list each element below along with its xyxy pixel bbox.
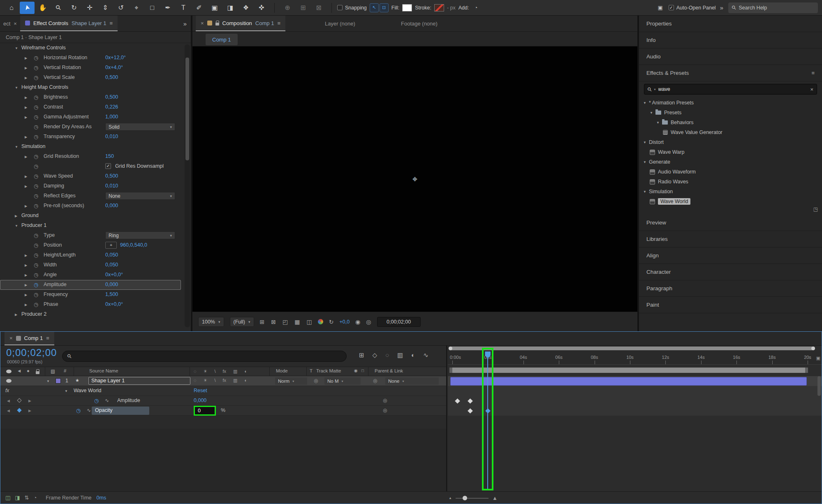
param-brightness[interactable]: ▶◷Brightness0,500 bbox=[0, 92, 191, 102]
zoom-tool-icon[interactable]: ⚲ bbox=[51, 2, 66, 14]
stopwatch-icon[interactable]: ◷ bbox=[34, 242, 38, 248]
pickwhip-icon[interactable]: ◎ bbox=[383, 398, 387, 403]
track-scrollbar-thumb[interactable] bbox=[817, 376, 821, 396]
frame-blending-icon[interactable]: ▥ bbox=[397, 351, 403, 359]
add-keyframe-icon[interactable] bbox=[17, 408, 21, 412]
param-grid-res-downsampl[interactable]: ◷✓Grid Res Downsampl bbox=[0, 162, 191, 171]
switch-icon-1[interactable]: ☀ bbox=[204, 369, 208, 374]
stopwatch-icon[interactable]: ◷ bbox=[34, 183, 38, 189]
preview-time-display[interactable]: 0;00;02;00 bbox=[377, 317, 421, 327]
switch-icon-1[interactable]: ☀ bbox=[204, 378, 208, 383]
next-keyframe-icon[interactable]: ▶ bbox=[28, 399, 31, 403]
layer-name[interactable]: Shape Layer 1 bbox=[88, 377, 190, 385]
group-producer-1[interactable]: ▼Producer 1 bbox=[0, 221, 191, 231]
panel-menu-icon[interactable]: ≡ bbox=[110, 20, 113, 26]
close-icon[interactable]: × bbox=[9, 335, 13, 341]
panel-header-effects-presets[interactable]: Effects & Presets ≡ bbox=[639, 65, 822, 81]
switch-icon-5[interactable]: ◐ bbox=[244, 378, 247, 383]
help-search-input[interactable] bbox=[739, 5, 805, 11]
timeline-search-input[interactable] bbox=[74, 353, 341, 359]
pan-camera-tool-icon[interactable]: ✛ bbox=[82, 2, 97, 14]
puppet-pin-tool-icon[interactable]: ✜ bbox=[254, 2, 269, 14]
eye-icon[interactable] bbox=[6, 379, 12, 383]
twirl-icon[interactable]: ▼ bbox=[15, 224, 18, 228]
param-vertical-scale[interactable]: ▶◷Vertical Scale0,500 bbox=[0, 73, 191, 83]
param-value[interactable]: 0x+12,0° bbox=[105, 55, 126, 60]
param-width[interactable]: ▶◷Width0,050 bbox=[0, 260, 191, 270]
param-grid-resolution[interactable]: ▶◷Grid Resolution150 bbox=[0, 152, 191, 162]
pickwhip-icon[interactable]: ◎ bbox=[383, 407, 387, 413]
twirl-icon[interactable]: ▶ bbox=[25, 283, 27, 287]
twirl-icon[interactable]: ▶ bbox=[25, 116, 27, 119]
twirl-icon[interactable]: ▶ bbox=[25, 254, 27, 257]
preset-item-audio-waveform[interactable]: Audio Waveform bbox=[639, 167, 822, 177]
param-value[interactable]: 0,226 bbox=[105, 104, 118, 110]
stopwatch-icon[interactable]: ◷ bbox=[34, 282, 38, 288]
toggle-transparency-grid-icon[interactable]: ▦ bbox=[294, 319, 300, 325]
layer-row[interactable]: ▼ 1 ★ Shape Layer 1 ◌☀\fx▥◐ Norm▾ ◎ No M… bbox=[0, 376, 446, 386]
panel-header-info[interactable]: Info bbox=[639, 32, 822, 49]
resolution-dropdown[interactable]: (Full)▾ bbox=[230, 317, 254, 327]
twirl-icon[interactable]: ▶ bbox=[25, 293, 27, 297]
param-value[interactable]: 0,000 bbox=[105, 203, 118, 208]
switch-icon-5[interactable]: ◐ bbox=[244, 369, 247, 374]
switch-icon-0[interactable]: ◌ bbox=[194, 369, 197, 374]
param-transparency[interactable]: ▶◷Transparency0,010 bbox=[0, 132, 191, 142]
timeline-search-box[interactable]: ⚲ bbox=[62, 351, 347, 362]
switch-icon-0[interactable]: ◌ bbox=[194, 378, 197, 383]
twirl-icon[interactable]: ▶ bbox=[25, 175, 27, 178]
motion-blur-icon[interactable]: ◐ bbox=[411, 351, 415, 359]
choose-grid-guides-icon[interactable]: ⊞ bbox=[260, 319, 265, 325]
twirl-icon[interactable]: ▼ bbox=[643, 141, 646, 144]
param-value[interactable]: 0,500 bbox=[105, 94, 118, 100]
opacity-property-row[interactable]: ◀ ▶ ◷ ∿ Opacity 0 % ◎ bbox=[0, 406, 446, 416]
empty-layer-area[interactable] bbox=[0, 429, 446, 491]
comp-marker-bin-icon[interactable]: ▣ bbox=[816, 356, 820, 361]
pickwhip-icon[interactable]: ◎ bbox=[373, 378, 377, 384]
universal-axis-icon[interactable]: ⊕ bbox=[280, 2, 295, 14]
composition-viewport[interactable]: ⌖ bbox=[192, 46, 637, 312]
previous-keyframe-icon[interactable]: ◀ bbox=[7, 399, 10, 403]
graph-icon[interactable]: ∿ bbox=[105, 398, 109, 403]
world-axis-icon[interactable]: ⊠ bbox=[311, 2, 326, 14]
shape-tool-icon[interactable]: □ bbox=[145, 2, 160, 14]
switch-icon-4[interactable]: ▥ bbox=[233, 369, 237, 374]
parent-dropdown[interactable]: None▾ bbox=[385, 377, 439, 385]
param-position[interactable]: ◷Position⌖960,0,540,0 bbox=[0, 240, 191, 250]
region-of-interest-icon[interactable]: ◰ bbox=[282, 319, 288, 325]
scrollbar-thumb[interactable] bbox=[185, 58, 189, 160]
preset-item-behaviors[interactable]: ▼Behaviors bbox=[639, 118, 822, 127]
twirl-icon[interactable]: ▼ bbox=[65, 389, 68, 393]
selection-tool-icon[interactable]: ➤ bbox=[20, 2, 35, 14]
twirl-icon[interactable]: ▼ bbox=[46, 379, 50, 383]
param-pre-roll-seconds[interactable]: ▶◷Pre-roll (seconds)0,000 bbox=[0, 201, 191, 211]
stopwatch-icon[interactable]: ◷ bbox=[34, 74, 38, 81]
transfer-controls-pane-icon[interactable]: ◨ bbox=[15, 495, 20, 501]
twirl-icon[interactable]: ▶ bbox=[25, 56, 27, 60]
param-value[interactable]: 1,500 bbox=[105, 291, 118, 297]
preset-item-generate[interactable]: ▼Generate bbox=[639, 157, 822, 167]
previous-keyframe-icon[interactable]: ◀ bbox=[7, 409, 10, 413]
param-angle[interactable]: ▶◷Angle0x+0,0° bbox=[0, 270, 191, 280]
hide-shy-layers-icon[interactable]: ◌ bbox=[385, 351, 389, 359]
stopwatch-icon[interactable]: ◷ bbox=[34, 65, 38, 71]
auto-open-panel-checkbox[interactable]: ✓ bbox=[669, 5, 674, 10]
switch-icon-4[interactable]: ▥ bbox=[233, 378, 237, 383]
property-label[interactable]: Amplitude bbox=[117, 398, 140, 403]
close-icon[interactable]: × bbox=[14, 21, 17, 27]
group-ground[interactable]: ▶Ground bbox=[0, 211, 191, 221]
clear-search-icon[interactable]: × bbox=[810, 86, 813, 92]
param-amplitude[interactable]: ▶◷Amplitude0,000 bbox=[0, 280, 181, 290]
zoom-slider-handle[interactable] bbox=[463, 496, 467, 500]
rotation-tool-icon[interactable]: ↺ bbox=[113, 2, 128, 14]
twirl-icon[interactable]: ▼ bbox=[643, 160, 646, 164]
stopwatch-icon[interactable]: ◷ bbox=[34, 301, 38, 307]
preset-item-simulation[interactable]: ▼Simulation bbox=[639, 187, 822, 197]
toolbar-overflow-icon[interactable]: » bbox=[720, 4, 724, 11]
stopwatch-icon[interactable]: ◷ bbox=[34, 173, 38, 179]
param-checkbox[interactable]: ✓ bbox=[105, 163, 111, 169]
twirl-icon[interactable]: ▶ bbox=[25, 273, 27, 277]
property-label[interactable]: Opacity bbox=[92, 407, 149, 415]
preset-item-wave-world[interactable]: Wave World bbox=[639, 197, 822, 206]
stopwatch-icon[interactable]: ◷ bbox=[34, 104, 38, 110]
